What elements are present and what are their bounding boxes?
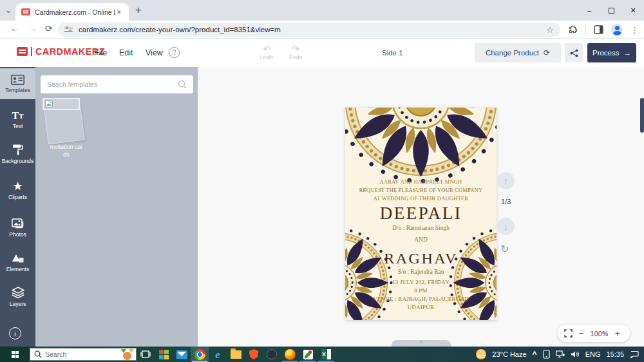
template-label-line1: Invitation car: [35, 143, 97, 151]
process-button[interactable]: Process →: [587, 43, 636, 62]
weather-text[interactable]: 23°C Haze: [492, 350, 526, 358]
taskbar-app-explorer[interactable]: [227, 347, 245, 362]
clock[interactable]: 15:35: [606, 350, 624, 358]
redo-button[interactable]: ↷ Redo: [283, 44, 308, 61]
excel-icon: [321, 349, 331, 359]
card-bride-parent[interactable]: D/o : Ramsharan Singh: [345, 225, 497, 231]
card-intro-line3[interactable]: AT WEDDING OF THEIR DAUGHTER: [345, 195, 497, 202]
taskbar-search-input[interactable]: [45, 350, 132, 358]
change-product-button[interactable]: Change Product ⟳: [475, 43, 561, 62]
sidebar-item-text[interactable]: TT Text: [0, 104, 35, 134]
taskbar-app-brave[interactable]: [245, 347, 263, 362]
taskbar-app-chrome[interactable]: [191, 347, 209, 362]
profile-avatar[interactable]: [611, 24, 623, 35]
tool-rail: Templates TT Text Backgrounds ★ Cliparts…: [0, 67, 35, 347]
sidebar-label: Text: [0, 123, 35, 129]
card-groom-name[interactable]: RAGHAV: [345, 250, 497, 267]
volume-icon[interactable]: [571, 350, 580, 358]
address-bar[interactable]: cardmakerz.com/create-your-own/?product_…: [58, 23, 560, 37]
sidebar-item-backgrounds[interactable]: Backgrounds: [0, 139, 35, 169]
browser-menu-icon[interactable]: ⋮: [630, 25, 639, 35]
taskbar-app-irfanview[interactable]: [299, 347, 317, 362]
card-event-time[interactable]: 8 PM: [345, 287, 497, 294]
reload-icon[interactable]: ⟳: [45, 23, 53, 33]
taskbar-app-firefox[interactable]: [281, 347, 299, 362]
card-conjunction[interactable]: AND: [345, 236, 497, 243]
tab-search-icon[interactable]: ⌄: [5, 6, 12, 15]
action-center-icon[interactable]: [630, 350, 639, 359]
fullscreen-icon[interactable]: [564, 329, 573, 338]
template-search-input[interactable]: [47, 81, 178, 88]
vertical-scrollbar[interactable]: [640, 98, 644, 133]
sidebar-item-cliparts[interactable]: ★ Cliparts: [0, 175, 35, 205]
window-minimize-button[interactable]: –: [578, 0, 600, 21]
tab-title: Cardmakerz.com - Online Desig: [35, 8, 115, 16]
undo-button[interactable]: ↶ Undo: [254, 44, 279, 61]
card-intro-line1[interactable]: AARAV AND HARPREET SINGH: [345, 178, 497, 185]
cardmakerz-logo-icon: [17, 47, 28, 56]
card-groom-parent[interactable]: S/o : Rajendra Rao: [345, 269, 497, 275]
network-icon[interactable]: [556, 350, 565, 358]
card-bride-name[interactable]: DEEPALI: [345, 204, 497, 224]
taskbar-app-store[interactable]: [155, 347, 173, 362]
app-logo[interactable]: CARDMAKERZ: [17, 46, 105, 57]
new-tab-button[interactable]: +: [135, 5, 141, 16]
sidebar-item-elements[interactable]: Elements: [0, 247, 35, 277]
language-indicator[interactable]: ENG: [585, 350, 601, 358]
menu-file[interactable]: File: [94, 48, 107, 57]
zoom-in-button[interactable]: +: [615, 329, 620, 338]
card-venue[interactable]: VENUE : RAJBAGH, PALACEROAD: [345, 296, 497, 302]
browser-tab[interactable]: Cardmakerz.com - Online Desig ✕: [15, 3, 129, 21]
share-button[interactable]: [565, 43, 583, 62]
bookmark-star-icon[interactable]: ☆: [546, 25, 554, 35]
taskbar-app-dark-browser[interactable]: [263, 347, 281, 362]
forward-icon[interactable]: →: [28, 23, 37, 33]
help-button[interactable]: ?: [169, 47, 180, 58]
template-thumbnail[interactable]: [43, 98, 80, 110]
template-label[interactable]: Invitation car ds: [35, 143, 97, 158]
rotate-button[interactable]: ↻: [500, 243, 509, 255]
window-maximize-button[interactable]: [600, 0, 622, 21]
tab-close-icon[interactable]: ✕: [117, 9, 122, 15]
start-button[interactable]: [0, 347, 30, 362]
sidebar-label: Cliparts: [0, 194, 35, 200]
menu-edit[interactable]: Edit: [119, 48, 133, 57]
taskbar-app-excel[interactable]: [317, 347, 335, 362]
card-city[interactable]: UDAIPUR: [345, 304, 497, 310]
bottom-panel-handle[interactable]: ⌃: [392, 340, 451, 347]
back-icon[interactable]: ←: [10, 23, 19, 33]
site-settings-icon[interactable]: [64, 26, 73, 33]
info-button[interactable]: i: [9, 327, 26, 344]
url-text[interactable]: cardmakerz.com/create-your-own/?product_…: [79, 26, 546, 33]
mail-icon: [176, 350, 187, 359]
menu-view[interactable]: View: [146, 48, 163, 57]
card-event-date[interactable]: 13 JULY 202, FRIDAY: [345, 279, 497, 285]
search-doodle-icon[interactable]: [121, 349, 134, 361]
templates-icon: [0, 71, 35, 85]
broken-image-icon: [45, 100, 53, 108]
template-search-box[interactable]: [41, 75, 193, 93]
star-icon: ★: [0, 178, 35, 192]
taskbar-app-mail[interactable]: [173, 347, 191, 362]
sidebar-item-photos[interactable]: Photos: [0, 213, 35, 242]
layers-icon: [0, 285, 35, 299]
window-controls: – ✕: [578, 0, 644, 21]
task-view-button[interactable]: [137, 347, 155, 362]
invitation-card[interactable]: AARAV AND HARPREET SINGH REQUEST THE PLE…: [345, 108, 497, 320]
dark-sphere-icon: [267, 349, 277, 359]
sidebar-item-layers[interactable]: Layers: [0, 282, 35, 312]
page-up-button[interactable]: ↑: [497, 172, 515, 189]
extensions-icon[interactable]: [569, 25, 578, 34]
side-panel-icon[interactable]: [594, 25, 603, 34]
phone-link-icon[interactable]: [543, 350, 550, 359]
window-close-button[interactable]: ✕: [622, 0, 644, 21]
taskbar-app-ie[interactable]: e: [209, 347, 227, 362]
page-down-button[interactable]: ↓: [497, 218, 515, 235]
redo-icon: ↷: [283, 44, 308, 53]
taskbar-search[interactable]: [30, 348, 137, 361]
zoom-out-button[interactable]: −: [579, 329, 584, 338]
card-intro-line2[interactable]: REQUEST THE PLEASURE OF YOUR COMPANY: [345, 187, 497, 193]
weather-icon[interactable]: [476, 349, 486, 359]
tray-expand-icon[interactable]: ^: [533, 350, 537, 359]
sidebar-item-templates[interactable]: Templates: [0, 68, 35, 99]
